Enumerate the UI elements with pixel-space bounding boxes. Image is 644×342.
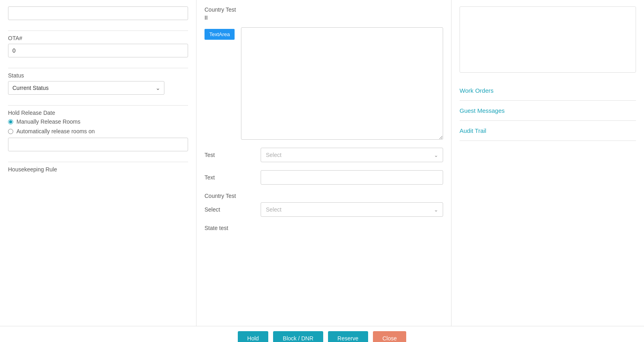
ota-label: OTA#	[8, 35, 188, 41]
right-panel: Work Orders Guest Messages Audit Trail	[452, 0, 644, 326]
select-label: Select	[205, 206, 253, 213]
status-label: Status	[8, 72, 188, 79]
radio-manual-text: Manually Release Rooms	[16, 118, 81, 125]
country-test-label: Country Test	[205, 193, 443, 199]
select-select-wrapper: Select ⌄	[261, 202, 443, 217]
country-select[interactable]: Select	[261, 202, 443, 217]
auto-date-input[interactable]	[8, 138, 188, 151]
radio-manual-label[interactable]: Manually Release Rooms	[8, 118, 188, 125]
hold-button[interactable]: Hold	[238, 331, 269, 342]
country-value-top: II	[205, 14, 443, 21]
hold-release-group: Hold Release Date Manually Release Rooms…	[8, 110, 188, 151]
status-select-wrapper: Current Status Active Inactive Pending ⌄	[8, 81, 164, 95]
radio-manual[interactable]	[8, 119, 13, 124]
divider-1	[8, 31, 188, 31]
housekeeping-label: Housekeeping Rule	[8, 166, 188, 173]
ota-group: OTA#	[8, 35, 188, 57]
radio-auto-text: Automatically release rooms on	[16, 128, 95, 134]
textarea-button[interactable]: TextArea	[205, 29, 235, 40]
status-select[interactable]: Current Status Active Inactive Pending	[8, 81, 164, 95]
country-label-top: Country Test	[205, 6, 443, 13]
text-label: Text	[205, 174, 253, 181]
test-label: Test	[205, 152, 253, 158]
test-row: Test Select ⌄	[205, 148, 443, 162]
divider-3	[8, 105, 188, 106]
audit-trail-link[interactable]: Audit Trail	[460, 121, 636, 141]
text-row: Text	[205, 170, 443, 185]
test-select[interactable]: Select	[261, 148, 443, 162]
radio-auto-label[interactable]: Automatically release rooms on	[8, 128, 188, 134]
text-input-wrapper	[261, 170, 443, 185]
main-textarea[interactable]	[241, 27, 443, 140]
top-input-group	[8, 6, 188, 20]
action-bar: Hold Block / DNR Reserve Close	[0, 326, 644, 342]
status-group: Status Current Status Active Inactive Pe…	[8, 72, 188, 95]
radio-auto[interactable]	[8, 129, 13, 134]
housekeeping-group: Housekeeping Rule	[8, 166, 188, 175]
hold-release-label: Hold Release Date	[8, 110, 188, 116]
top-info-box	[460, 6, 636, 73]
radio-group: Manually Release Rooms Automatically rel…	[8, 118, 188, 151]
top-input[interactable]	[8, 6, 188, 20]
left-panel: OTA# Status Current Status Active Inacti…	[0, 0, 196, 326]
work-orders-link[interactable]: Work Orders	[460, 81, 636, 101]
test-select-wrapper: Select ⌄	[261, 148, 443, 162]
close-button[interactable]: Close	[373, 331, 407, 342]
select-row: Select Select ⌄	[205, 202, 443, 217]
block-dnr-button[interactable]: Block / DNR	[273, 331, 323, 342]
textarea-section: TextArea	[205, 27, 443, 140]
ota-input[interactable]	[8, 44, 188, 57]
text-input[interactable]	[261, 170, 443, 185]
state-test-label: State test	[205, 225, 443, 231]
middle-panel: Country Test II TextArea Test Select ⌄ T…	[196, 0, 452, 326]
divider-2	[8, 68, 188, 68]
reserve-button[interactable]: Reserve	[328, 331, 368, 342]
guest-messages-link[interactable]: Guest Messages	[460, 101, 636, 121]
divider-4	[8, 162, 188, 162]
